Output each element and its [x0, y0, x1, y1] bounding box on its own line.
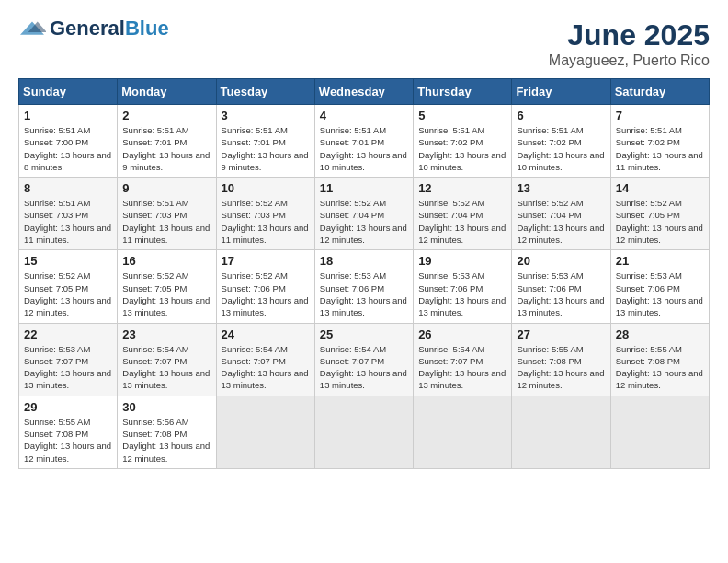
- day-info: Sunrise: 5:52 AMSunset: 7:05 PMDaylight:…: [616, 197, 704, 246]
- table-row: 19Sunrise: 5:53 AMSunset: 7:06 PMDayligh…: [414, 250, 512, 323]
- day-number: 30: [122, 400, 210, 414]
- day-number: 26: [418, 327, 506, 341]
- logo: GeneralBlue: [18, 18, 169, 39]
- day-info: Sunrise: 5:55 AMSunset: 7:08 PMDaylight:…: [24, 416, 112, 465]
- empty-cell: [414, 396, 512, 468]
- day-info: Sunrise: 5:51 AMSunset: 7:02 PMDaylight:…: [418, 124, 506, 173]
- day-info: Sunrise: 5:51 AMSunset: 7:01 PMDaylight:…: [122, 124, 210, 173]
- day-info: Sunrise: 5:55 AMSunset: 7:08 PMDaylight:…: [517, 343, 605, 392]
- day-number: 27: [517, 327, 605, 341]
- table-row: 5Sunrise: 5:51 AMSunset: 7:02 PMDaylight…: [414, 105, 512, 178]
- day-info: Sunrise: 5:51 AMSunset: 7:01 PMDaylight:…: [320, 124, 408, 173]
- day-number: 4: [320, 109, 408, 122]
- table-row: 30Sunrise: 5:56 AMSunset: 7:08 PMDayligh…: [118, 396, 216, 468]
- table-row: 4Sunrise: 5:51 AMSunset: 7:01 PMDaylight…: [314, 105, 413, 178]
- day-info: Sunrise: 5:51 AMSunset: 7:02 PMDaylight:…: [616, 124, 704, 173]
- table-row: 22Sunrise: 5:53 AMSunset: 7:07 PMDayligh…: [19, 323, 118, 396]
- day-number: 21: [616, 254, 704, 268]
- day-number: 28: [616, 327, 704, 341]
- day-info: Sunrise: 5:53 AMSunset: 7:06 PMDaylight:…: [320, 270, 408, 318]
- month-title: June 2025: [549, 18, 710, 52]
- day-number: 23: [122, 327, 210, 341]
- table-row: 24Sunrise: 5:54 AMSunset: 7:07 PMDayligh…: [216, 323, 314, 396]
- day-info: Sunrise: 5:53 AMSunset: 7:06 PMDaylight:…: [616, 270, 704, 318]
- day-info: Sunrise: 5:51 AMSunset: 7:02 PMDaylight:…: [517, 124, 605, 173]
- table-row: 23Sunrise: 5:54 AMSunset: 7:07 PMDayligh…: [118, 323, 216, 396]
- day-number: 2: [122, 109, 210, 122]
- day-info: Sunrise: 5:51 AMSunset: 7:03 PMDaylight:…: [24, 197, 112, 246]
- table-row: 28Sunrise: 5:55 AMSunset: 7:08 PMDayligh…: [610, 323, 709, 396]
- table-row: 25Sunrise: 5:54 AMSunset: 7:07 PMDayligh…: [314, 323, 413, 396]
- table-row: 20Sunrise: 5:53 AMSunset: 7:06 PMDayligh…: [512, 250, 610, 323]
- col-friday: Friday: [512, 79, 610, 105]
- day-info: Sunrise: 5:53 AMSunset: 7:06 PMDaylight:…: [418, 270, 506, 318]
- day-number: 16: [122, 254, 210, 268]
- day-number: 29: [24, 400, 112, 414]
- day-info: Sunrise: 5:51 AMSunset: 7:00 PMDaylight:…: [24, 124, 112, 173]
- day-info: Sunrise: 5:52 AMSunset: 7:05 PMDaylight:…: [24, 270, 112, 318]
- day-info: Sunrise: 5:53 AMSunset: 7:06 PMDaylight:…: [517, 270, 605, 318]
- day-number: 8: [24, 181, 112, 195]
- empty-cell: [512, 396, 610, 468]
- day-number: 14: [616, 181, 704, 195]
- table-row: 9Sunrise: 5:51 AMSunset: 7:03 PMDaylight…: [118, 178, 216, 250]
- location-title: Mayagueez, Puerto Rico: [549, 52, 710, 69]
- day-number: 11: [320, 181, 408, 195]
- calendar-week-row: 1Sunrise: 5:51 AMSunset: 7:00 PMDaylight…: [19, 105, 710, 178]
- day-info: Sunrise: 5:52 AMSunset: 7:03 PMDaylight:…: [222, 197, 310, 246]
- table-row: 13Sunrise: 5:52 AMSunset: 7:04 PMDayligh…: [512, 178, 610, 250]
- day-number: 22: [24, 327, 112, 341]
- table-row: 16Sunrise: 5:52 AMSunset: 7:05 PMDayligh…: [118, 250, 216, 323]
- col-sunday: Sunday: [19, 79, 118, 105]
- day-info: Sunrise: 5:52 AMSunset: 7:04 PMDaylight:…: [418, 197, 506, 246]
- day-number: 15: [24, 254, 112, 268]
- table-row: 17Sunrise: 5:52 AMSunset: 7:06 PMDayligh…: [216, 250, 314, 323]
- day-number: 9: [122, 181, 210, 195]
- col-tuesday: Tuesday: [216, 79, 314, 105]
- col-thursday: Thursday: [414, 79, 512, 105]
- day-info: Sunrise: 5:54 AMSunset: 7:07 PMDaylight:…: [418, 343, 506, 392]
- table-row: 3Sunrise: 5:51 AMSunset: 7:01 PMDaylight…: [216, 105, 314, 178]
- day-info: Sunrise: 5:51 AMSunset: 7:01 PMDaylight:…: [222, 124, 310, 173]
- table-row: 8Sunrise: 5:51 AMSunset: 7:03 PMDaylight…: [19, 178, 118, 250]
- day-info: Sunrise: 5:54 AMSunset: 7:07 PMDaylight:…: [122, 343, 210, 392]
- day-number: 3: [222, 109, 310, 122]
- table-row: 12Sunrise: 5:52 AMSunset: 7:04 PMDayligh…: [414, 178, 512, 250]
- day-number: 10: [222, 181, 310, 195]
- table-row: 27Sunrise: 5:55 AMSunset: 7:08 PMDayligh…: [512, 323, 610, 396]
- col-wednesday: Wednesday: [314, 79, 413, 105]
- logo-icon: [18, 20, 46, 37]
- col-monday: Monday: [118, 79, 216, 105]
- calendar-table: Sunday Monday Tuesday Wednesday Thursday…: [18, 78, 710, 469]
- calendar-week-row: 8Sunrise: 5:51 AMSunset: 7:03 PMDaylight…: [19, 178, 710, 250]
- title-area: June 2025 Mayagueez, Puerto Rico: [549, 18, 710, 69]
- day-info: Sunrise: 5:54 AMSunset: 7:07 PMDaylight:…: [320, 343, 408, 392]
- calendar-week-row: 29Sunrise: 5:55 AMSunset: 7:08 PMDayligh…: [19, 396, 710, 468]
- table-row: 11Sunrise: 5:52 AMSunset: 7:04 PMDayligh…: [314, 178, 413, 250]
- table-row: 29Sunrise: 5:55 AMSunset: 7:08 PMDayligh…: [19, 396, 118, 468]
- table-row: 7Sunrise: 5:51 AMSunset: 7:02 PMDaylight…: [610, 105, 709, 178]
- day-info: Sunrise: 5:51 AMSunset: 7:03 PMDaylight:…: [122, 197, 210, 246]
- table-row: 26Sunrise: 5:54 AMSunset: 7:07 PMDayligh…: [414, 323, 512, 396]
- day-number: 18: [320, 254, 408, 268]
- table-row: 14Sunrise: 5:52 AMSunset: 7:05 PMDayligh…: [610, 178, 709, 250]
- col-saturday: Saturday: [610, 79, 709, 105]
- day-info: Sunrise: 5:52 AMSunset: 7:04 PMDaylight:…: [517, 197, 605, 246]
- day-number: 6: [517, 109, 605, 122]
- day-number: 5: [418, 109, 506, 122]
- day-info: Sunrise: 5:52 AMSunset: 7:04 PMDaylight:…: [320, 197, 408, 246]
- calendar-week-row: 22Sunrise: 5:53 AMSunset: 7:07 PMDayligh…: [19, 323, 710, 396]
- day-number: 20: [517, 254, 605, 268]
- table-row: 10Sunrise: 5:52 AMSunset: 7:03 PMDayligh…: [216, 178, 314, 250]
- day-info: Sunrise: 5:52 AMSunset: 7:06 PMDaylight:…: [222, 270, 310, 318]
- day-number: 13: [517, 181, 605, 195]
- day-info: Sunrise: 5:52 AMSunset: 7:05 PMDaylight:…: [122, 270, 210, 318]
- day-info: Sunrise: 5:55 AMSunset: 7:08 PMDaylight:…: [616, 343, 704, 392]
- table-row: 1Sunrise: 5:51 AMSunset: 7:00 PMDaylight…: [19, 105, 118, 178]
- logo-text: GeneralBlue: [50, 18, 169, 39]
- empty-cell: [314, 396, 413, 468]
- empty-cell: [216, 396, 314, 468]
- calendar-week-row: 15Sunrise: 5:52 AMSunset: 7:05 PMDayligh…: [19, 250, 710, 323]
- day-info: Sunrise: 5:56 AMSunset: 7:08 PMDaylight:…: [122, 416, 210, 465]
- day-info: Sunrise: 5:53 AMSunset: 7:07 PMDaylight:…: [24, 343, 112, 392]
